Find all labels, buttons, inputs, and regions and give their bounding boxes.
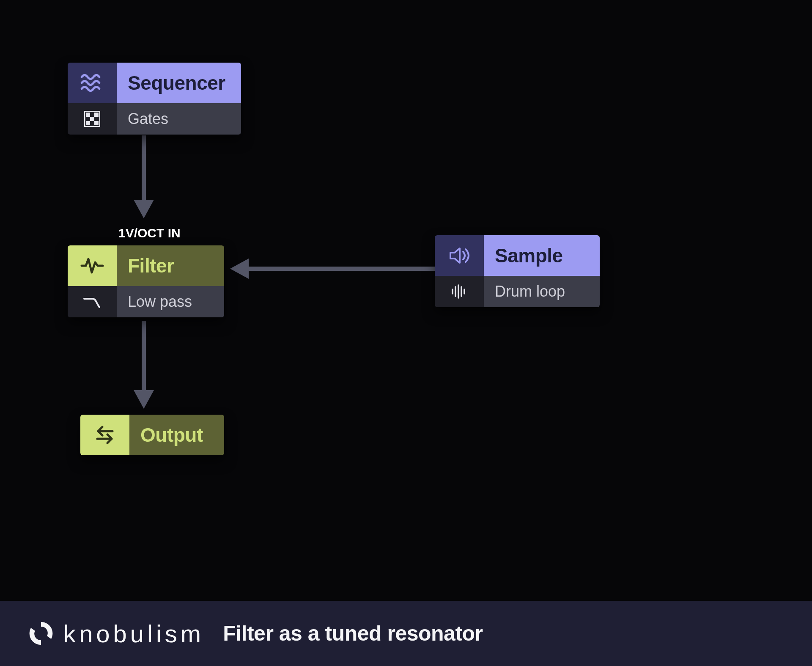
speaker-icon [435,235,484,276]
node-title: Output [129,415,224,455]
node-sub: Low pass [117,286,224,317]
svg-marker-3 [230,259,249,279]
lowpass-icon [68,286,117,317]
swap-arrows-icon [80,415,129,455]
brand: knobulism [27,619,204,648]
svg-rect-9 [90,117,94,121]
node-sequencer[interactable]: Sequencer Gates [68,63,241,135]
node-title: Sample [484,235,600,276]
footer: knobulism Filter as a tuned resonator [0,601,812,666]
svg-rect-7 [86,113,90,117]
node-sample[interactable]: Sample Drum loop [435,235,600,307]
node-output[interactable]: Output [80,415,224,455]
diagram-stage: 1V/OCT IN Sequencer Gates [0,0,812,601]
node-sub: Gates [117,103,241,135]
svg-marker-1 [134,200,154,218]
node-title: Filter [117,245,224,286]
svg-rect-8 [94,113,99,117]
annotation-filter-input: 1V/OCT IN [118,226,181,240]
svg-rect-11 [94,121,99,125]
node-sub: Drum loop [484,276,600,307]
waveform-icon [435,276,484,307]
svg-marker-5 [134,390,154,409]
waves-icon [68,63,117,103]
node-filter[interactable]: Filter Low pass [68,245,224,317]
brand-name: knobulism [63,619,204,648]
footer-caption: Filter as a tuned resonator [223,621,483,646]
pulse-icon [68,245,117,286]
svg-rect-10 [86,121,90,125]
node-title: Sequencer [117,63,241,103]
brand-logo-icon [27,619,55,647]
connector-sample-filter [230,259,435,279]
connector-sequencer-filter [134,135,154,218]
connector-filter-output [134,321,154,409]
checker-icon [68,103,117,135]
